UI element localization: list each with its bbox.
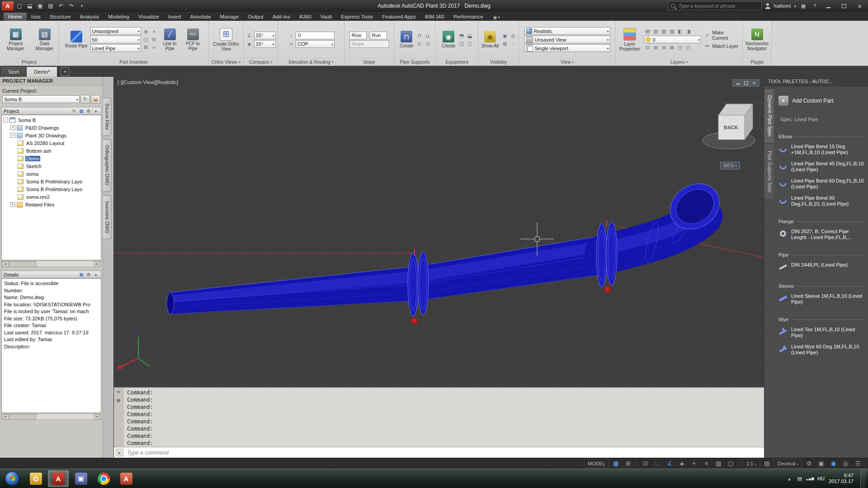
taskbar-chrome-button[interactable] (93, 470, 114, 487)
toggle-icon[interactable]: ⊟ (151, 36, 158, 43)
scroll-right-icon[interactable] (94, 261, 101, 267)
expand-node-icon[interactable] (10, 202, 15, 207)
scrollbar-thumb[interactable] (9, 261, 36, 267)
tree-node-drawing[interactable]: Sketch (2, 162, 101, 170)
layer-thaw-icon[interactable]: ⊡ (644, 44, 651, 51)
panel-label-view[interactable]: View (519, 58, 615, 66)
ribbon-tab-bim360[interactable]: BIM 360 (420, 13, 449, 21)
taskbar-outlook-button[interactable] (25, 470, 46, 487)
hide-icon[interactable]: ◉ (501, 33, 509, 39)
add-custom-part-button[interactable]: Add Custom Part (778, 96, 864, 106)
grip-point[interactable] (411, 318, 417, 324)
collapse-node-icon[interactable] (3, 117, 8, 122)
workspace-switching-icon[interactable] (803, 459, 815, 468)
collapse-icon[interactable] (93, 108, 99, 114)
named-view-selector[interactable]: Unsaved View (524, 36, 610, 43)
viewport-controls-label[interactable]: [-][Custom View][Realistic] (118, 80, 178, 85)
model-space-button[interactable]: MODEL (584, 459, 609, 468)
isolate-icon[interactable]: ◎ (509, 33, 517, 39)
new-drawing-tab-icon[interactable] (61, 67, 69, 76)
slope-value-field[interactable]: Slope (349, 40, 389, 48)
infer-constraints-toggle[interactable] (640, 459, 651, 468)
autocad-logo-icon[interactable]: A (2, 1, 14, 11)
isodraft-toggle[interactable] (676, 459, 688, 468)
pipe-class-selector[interactable]: Lined Pipe (90, 44, 141, 52)
support-list-icon[interactable]: ⊐ (424, 40, 431, 47)
ribbon-tab-featured-apps[interactable]: Featured Apps (377, 13, 420, 21)
tray-expand-icon[interactable] (786, 476, 793, 481)
palette-item[interactable]: DIN 2527, B, Correct Pipe Lenght - Lined… (778, 229, 864, 240)
match-layer-button[interactable]: ≔ Match Layer (703, 42, 741, 50)
details-views-icon[interactable] (78, 272, 85, 277)
ribbon-tab-modeling[interactable]: Modeling (104, 13, 134, 21)
collapse-icon[interactable] (93, 272, 99, 277)
customization-menu-icon[interactable] (852, 459, 863, 468)
undo-icon[interactable] (57, 2, 66, 10)
tree-node-related-files[interactable]: Related Files (2, 201, 101, 208)
palette-item[interactable]: Lined Pipe Bend 90 Deg,FL,B,10, (Lined P… (778, 195, 864, 207)
data-manager-button[interactable]: Data Manager (32, 28, 57, 52)
palette-item[interactable]: DIN 2448,PL (Lined Pipe) (778, 262, 864, 272)
size-selector[interactable]: 50 (90, 36, 141, 43)
drawing-viewport[interactable]: Z BACK [-][Custom View][Realistic] WCS (114, 77, 764, 387)
drawing-minimize-icon[interactable] (734, 80, 741, 86)
tree-node-drawing[interactable]: soma-rev2 (2, 193, 101, 201)
tree-horizontal-scrollbar[interactable] (1, 261, 101, 267)
ribbon-tab-vault[interactable]: Vault (316, 13, 336, 21)
details-horizontal-scrollbar[interactable] (1, 413, 101, 420)
collapse-node-icon[interactable] (10, 133, 15, 138)
details-section-header[interactable]: Details (1, 271, 101, 278)
viewport-config-selector[interactable]: Single viewport (524, 44, 610, 52)
command-input[interactable] (126, 449, 762, 456)
grip-point[interactable] (604, 286, 611, 292)
user-dropdown-icon[interactable] (794, 3, 796, 9)
substitute-icon[interactable]: ⊞ (142, 44, 150, 51)
ucs-icon[interactable] (118, 337, 150, 370)
layer-unlock-icon[interactable]: ◧ (676, 28, 684, 35)
create-equipment-button[interactable]: Create (440, 30, 457, 49)
palette-item[interactable]: Lined Pipe Bend 45 Deg,FL,B,10 (Lined Pi… (778, 161, 864, 173)
units-selector[interactable]: Decimal (774, 459, 802, 468)
scroll-left-icon[interactable] (2, 414, 9, 420)
create-ortho-view-button[interactable]: Create Ortho View (211, 27, 241, 52)
create-support-button[interactable]: Create (398, 30, 415, 49)
command-close-icon[interactable] (117, 389, 120, 395)
fade-icon[interactable]: ◍ (501, 40, 509, 47)
refresh-icon[interactable] (71, 108, 77, 114)
tree-node-drawing[interactable]: soma (2, 170, 101, 178)
tree-node-drawing[interactable]: Bottom ash (2, 147, 101, 155)
navisworks-navigator-button[interactable]: Navisworks Navigator (744, 28, 770, 52)
tab-source-files[interactable]: Source Files (103, 98, 112, 136)
language-indicator[interactable]: HU (817, 476, 825, 481)
close-button[interactable] (854, 2, 866, 10)
ribbon-tab-insert[interactable]: Insert (164, 13, 186, 21)
viewcube[interactable]: BACK (703, 104, 755, 149)
compass-angle-2[interactable]: 15° (254, 40, 276, 48)
pipe-model[interactable] (167, 175, 728, 316)
support-attach-icon[interactable]: ⊔ (424, 33, 431, 39)
unhide-icon[interactable]: ◌ (509, 40, 517, 47)
equipment-modify-icon[interactable]: ⬒ (458, 33, 465, 39)
layer-off-icon[interactable]: ▤ (644, 28, 651, 35)
spec-viewer-icon[interactable]: ⌖ (151, 28, 158, 35)
search-input[interactable] (678, 3, 759, 9)
slope-rise-field[interactable]: Rise (349, 32, 367, 39)
layer-on-icon[interactable]: ⊞ (652, 44, 659, 51)
insert-fitting-icon[interactable]: ◫ (142, 36, 150, 43)
equipment-convert-icon[interactable]: ⬓ (466, 33, 473, 39)
taskbar-clock[interactable]: 9:47 2017.03.17 (829, 473, 856, 484)
spec-selector[interactable]: Unassigned (90, 27, 141, 35)
scrollbar-thumb[interactable] (9, 414, 36, 420)
tool-palettes-title[interactable]: TOOL PALETTES - AUTOC... (764, 77, 868, 86)
layer-state-icon[interactable]: ◰ (684, 44, 692, 51)
signed-in-user[interactable]: halitomi (774, 3, 791, 9)
project-settings-icon[interactable] (85, 108, 92, 114)
tree-node-plant3d-drawings[interactable]: Plant 3D Drawings (2, 131, 101, 139)
command-prompt-icon[interactable] (116, 449, 123, 456)
polar-tracking-toggle[interactable] (664, 459, 675, 468)
tree-node-drawing[interactable]: Soma B Preliminary Layo (2, 185, 101, 193)
show-desktop-button[interactable] (860, 469, 865, 488)
selection-cycling-toggle[interactable] (725, 459, 736, 468)
grid-toggle[interactable] (610, 459, 622, 468)
plot-icon[interactable] (46, 2, 55, 10)
